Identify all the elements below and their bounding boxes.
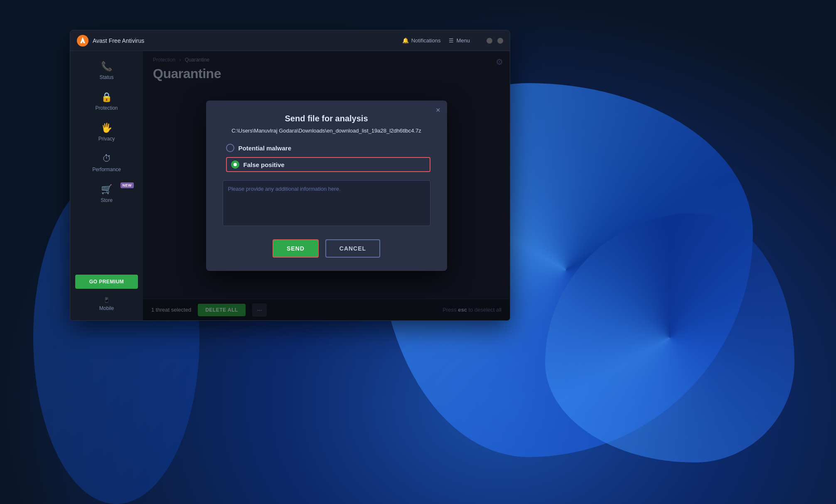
- status-icon: 📞: [101, 61, 112, 72]
- sidebar-item-privacy[interactable]: 🖐 Privacy: [70, 117, 143, 148]
- modal-title: Send file for analysis: [223, 114, 430, 123]
- sidebar: 📞 Status 🔒 Protection 🖐 Privacy ⏱ Perfor…: [70, 51, 143, 320]
- title-bar: Avast Free Antivirus 🔔 Notifications ☰ M…: [70, 30, 510, 51]
- app-name-label: Avast Free Antivirus: [93, 37, 402, 44]
- modal-buttons: SEND CANCEL: [223, 239, 430, 258]
- sidebar-item-protection[interactable]: 🔒 Protection: [70, 86, 143, 117]
- bell-icon: 🔔: [402, 37, 409, 44]
- minimize-button[interactable]: [487, 38, 492, 44]
- false-positive-radio[interactable]: [231, 160, 239, 169]
- close-button[interactable]: [497, 38, 503, 44]
- store-icon: 🛒: [101, 184, 112, 195]
- sidebar-item-store[interactable]: NEW 🛒 Store: [70, 178, 143, 209]
- app-window: Avast Free Antivirus 🔔 Notifications ☰ M…: [70, 30, 510, 321]
- radio-group: Potential malware False positive: [223, 144, 430, 172]
- menu-button[interactable]: ☰ Menu: [449, 37, 470, 44]
- protection-icon: 🔒: [101, 92, 112, 103]
- window-controls: [487, 38, 503, 44]
- modal-overlay: × Send file for analysis C:\Users\Manuvl…: [143, 51, 510, 320]
- avast-logo: [77, 35, 89, 47]
- content-area: Protection › Quarantine Quarantine ⚙ × S…: [143, 51, 510, 320]
- send-button[interactable]: SEND: [273, 239, 319, 258]
- mobile-icon: 📱: [103, 297, 110, 303]
- modal-close-button[interactable]: ×: [436, 106, 440, 114]
- sidebar-item-mobile[interactable]: 📱 Mobile: [70, 292, 143, 316]
- notifications-button[interactable]: 🔔 Notifications: [402, 37, 441, 44]
- modal-filepath: C:\Users\Manuvlraj Godara\Downloads\en_d…: [223, 128, 430, 134]
- false-positive-option[interactable]: False positive: [226, 157, 430, 172]
- send-file-modal: × Send file for analysis C:\Users\Manuvl…: [206, 101, 447, 271]
- go-premium-button[interactable]: GO PREMIUM: [75, 275, 138, 289]
- sidebar-item-performance[interactable]: ⏱ Performance: [70, 148, 143, 178]
- cancel-button[interactable]: CANCEL: [325, 239, 380, 258]
- sidebar-item-status[interactable]: 📞 Status: [70, 55, 143, 86]
- privacy-icon: 🖐: [101, 123, 112, 133]
- menu-icon: ☰: [449, 37, 454, 44]
- additional-info-textarea[interactable]: [223, 180, 430, 226]
- performance-icon: ⏱: [102, 153, 111, 164]
- new-badge: NEW: [120, 182, 134, 188]
- potential-malware-label: Potential malware: [239, 145, 292, 152]
- title-bar-actions: 🔔 Notifications ☰ Menu: [402, 37, 503, 44]
- potential-malware-radio[interactable]: [226, 144, 234, 152]
- potential-malware-option[interactable]: Potential malware: [226, 144, 430, 152]
- false-positive-label: False positive: [243, 161, 285, 168]
- app-body: 📞 Status 🔒 Protection 🖐 Privacy ⏱ Perfor…: [70, 51, 510, 320]
